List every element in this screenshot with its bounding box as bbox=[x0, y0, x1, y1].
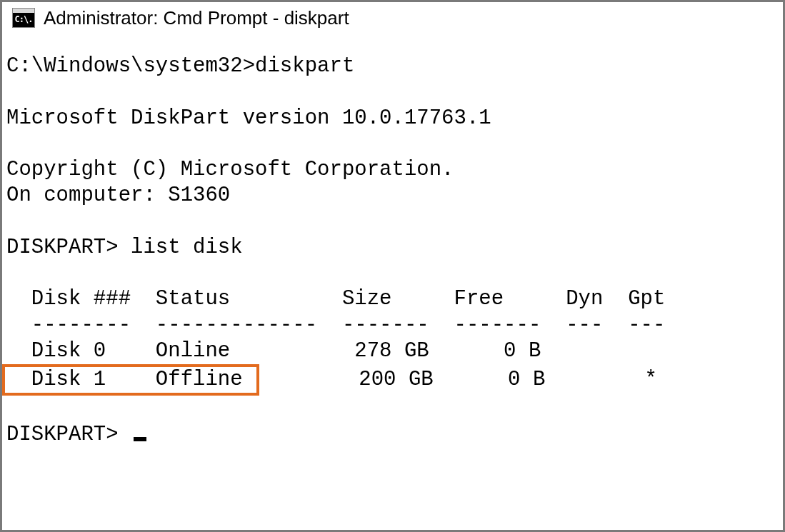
copyright-line: Copyright (C) Microsoft Corporation. bbox=[6, 158, 454, 181]
table-row: Disk 0 Online 278 GB 0 B bbox=[6, 339, 541, 363]
version-line: Microsoft DiskPart version 10.0.17763.1 bbox=[6, 106, 491, 130]
terminal-body[interactable]: C:\Windows\system32>diskpart Microsoft D… bbox=[2, 34, 783, 452]
window-title: Administrator: Cmd Prompt - diskpart bbox=[44, 7, 349, 29]
title-bar[interactable]: C:\. Administrator: Cmd Prompt - diskpar… bbox=[2, 2, 783, 34]
cursor bbox=[134, 437, 146, 441]
table-header: Disk ### Status Size Free Dyn Gpt bbox=[6, 287, 665, 311]
diskpart-final-prompt: DISKPART> bbox=[6, 423, 131, 446]
list-disk-command: list disk bbox=[131, 236, 243, 259]
highlighted-disk-row: Disk 1 Offline bbox=[2, 364, 259, 396]
prompt-line: C:\Windows\system32>diskpart bbox=[6, 54, 354, 78]
table-divider: -------- ------------- ------- ------- -… bbox=[6, 313, 665, 337]
cmd-window: C:\. Administrator: Cmd Prompt - diskpar… bbox=[0, 0, 785, 532]
cmd-icon: C:\. bbox=[12, 8, 35, 28]
table-row-rest: 200 GB 0 B * bbox=[259, 368, 657, 391]
diskpart-prompt: DISKPART> bbox=[6, 236, 131, 259]
computer-line: On computer: S1360 bbox=[6, 184, 230, 207]
